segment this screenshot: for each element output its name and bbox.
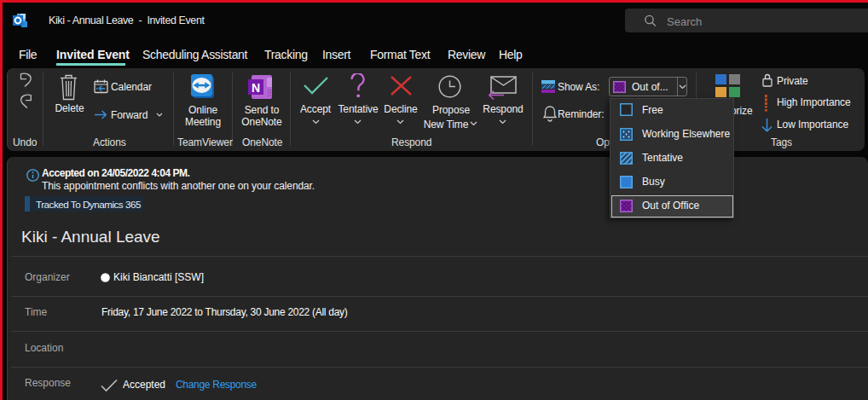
svg-text:N: N	[252, 81, 260, 95]
